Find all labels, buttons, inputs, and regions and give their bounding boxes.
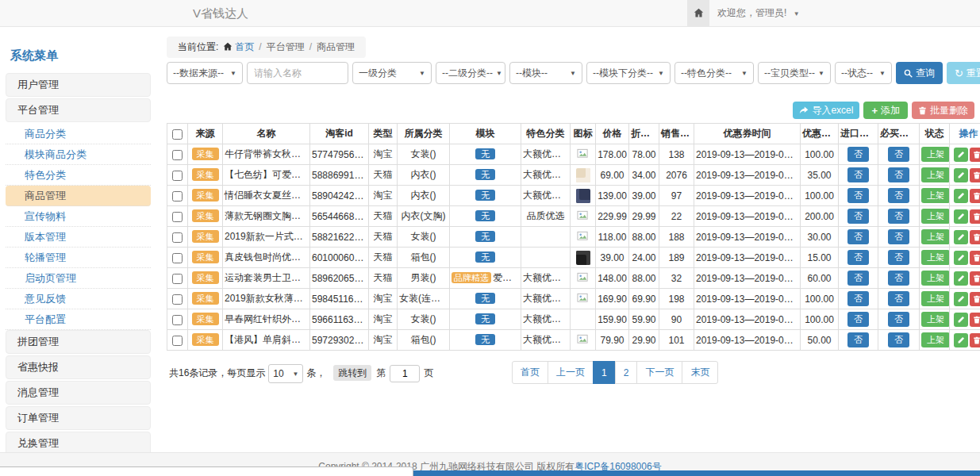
module-badge[interactable]: 品牌精选 (452, 272, 491, 283)
import-select-toggle[interactable]: 否 (847, 147, 869, 162)
module-none-badge[interactable]: 无 (475, 293, 495, 304)
sidebar-group-订单管理[interactable]: 订单管理 (6, 406, 151, 430)
row-checkbox[interactable] (172, 315, 183, 325)
module-none-badge[interactable]: 无 (475, 231, 495, 242)
row-checkbox[interactable] (172, 150, 183, 160)
edit-button[interactable] (954, 313, 968, 327)
select-all-checkbox[interactable] (172, 129, 183, 140)
edit-button[interactable] (954, 189, 968, 203)
sidebar-item-商品管理[interactable]: 商品管理 (6, 186, 151, 206)
row-checkbox[interactable] (172, 212, 183, 222)
edit-button[interactable] (954, 209, 968, 224)
per-page-select[interactable]: 10▼ (268, 364, 303, 383)
filter-select-模块下分类[interactable]: --模块下分类--▼ (586, 62, 671, 84)
sidebar-item-启动页管理[interactable]: 启动页管理 (6, 268, 151, 289)
import-select-toggle[interactable]: 否 (847, 250, 869, 265)
row-checkbox[interactable] (172, 171, 183, 181)
filter-select-一级分类[interactable]: 一级分类▼ (352, 62, 432, 84)
import-select-toggle[interactable]: 否 (847, 291, 869, 306)
status-button[interactable]: 上架 (921, 291, 950, 306)
breadcrumb-home-link[interactable]: 首页 (235, 41, 254, 52)
import-select-toggle[interactable]: 否 (847, 332, 869, 347)
filter-select-数据来源[interactable]: --数据来源--▼ (167, 62, 243, 84)
must-buy-toggle[interactable]: 否 (888, 250, 909, 265)
delete-button[interactable] (970, 251, 980, 265)
module-none-badge[interactable]: 无 (475, 251, 495, 263)
module-none-badge[interactable]: 无 (475, 210, 495, 221)
name-search-input[interactable] (247, 62, 348, 84)
delete-button[interactable] (970, 189, 980, 203)
delete-button[interactable] (970, 168, 980, 182)
row-checkbox[interactable] (172, 274, 183, 284)
sidebar-item-模块商品分类[interactable]: 模块商品分类 (6, 144, 151, 165)
status-button[interactable]: 上架 (921, 271, 950, 286)
search-button[interactable]: 查询 (896, 62, 943, 84)
sidebar-group-拼团管理[interactable]: 拼团管理 (6, 330, 151, 354)
pager-button-首页[interactable]: 首页 (512, 361, 548, 384)
edit-button[interactable] (954, 292, 968, 306)
delete-button[interactable] (970, 209, 980, 224)
edit-button[interactable] (954, 251, 968, 265)
row-checkbox[interactable] (172, 294, 183, 305)
must-buy-toggle[interactable]: 否 (888, 271, 909, 286)
delete-button[interactable] (970, 313, 980, 327)
pager-button-1[interactable]: 1 (593, 361, 616, 384)
module-none-badge[interactable]: 无 (475, 313, 495, 324)
import-select-toggle[interactable]: 否 (847, 312, 869, 327)
module-none-badge[interactable]: 无 (475, 148, 495, 159)
sidebar-item-特色分类[interactable]: 特色分类 (6, 165, 151, 186)
delete-button[interactable] (970, 333, 980, 347)
delete-button[interactable] (970, 292, 980, 306)
sidebar-item-意见反馈[interactable]: 意见反馈 (6, 289, 151, 309)
add-button[interactable]: +添加 (863, 102, 908, 119)
page-number-input[interactable] (390, 365, 420, 382)
module-none-badge[interactable]: 无 (475, 334, 495, 345)
edit-button[interactable] (954, 271, 968, 286)
import-select-toggle[interactable]: 否 (847, 229, 869, 244)
home-button[interactable] (687, 0, 709, 26)
pager-button-2[interactable]: 2 (615, 361, 638, 384)
edit-button[interactable] (954, 168, 968, 182)
sidebar-item-宣传物料[interactable]: 宣传物料 (6, 206, 151, 227)
filter-select-宝贝类型[interactable]: --宝贝类型--▼ (758, 62, 831, 84)
sidebar-item-轮播管理[interactable]: 轮播管理 (6, 248, 151, 268)
module-none-badge[interactable]: 无 (475, 190, 495, 201)
import-select-toggle[interactable]: 否 (847, 271, 869, 286)
row-checkbox[interactable] (172, 336, 183, 346)
sidebar-item-商品分类[interactable]: 商品分类 (6, 124, 151, 144)
pager-button-下一页[interactable]: 下一页 (636, 361, 682, 384)
status-button[interactable]: 上架 (921, 332, 950, 347)
reset-button[interactable]: ↻重置 (947, 62, 980, 84)
must-buy-toggle[interactable]: 否 (888, 209, 909, 224)
filter-select-特色分类[interactable]: --特色分类--▼ (674, 62, 754, 84)
user-menu[interactable]: 欢迎您，管理员! ▼ (717, 0, 800, 27)
import-select-toggle[interactable]: 否 (847, 209, 869, 224)
pager-button-上一页[interactable]: 上一页 (548, 361, 594, 384)
status-button[interactable]: 上架 (921, 147, 950, 162)
sidebar-group-平台管理[interactable]: 平台管理 (6, 98, 151, 122)
edit-button[interactable] (954, 148, 968, 162)
edit-button[interactable] (954, 230, 968, 244)
filter-select-状态[interactable]: --状态--▼ (835, 62, 892, 84)
import-select-toggle[interactable]: 否 (847, 167, 869, 182)
must-buy-toggle[interactable]: 否 (888, 291, 909, 306)
status-button[interactable]: 上架 (921, 250, 950, 265)
import-excel-button[interactable]: 导入excel (793, 102, 859, 119)
jump-button[interactable]: 跳转到 (333, 365, 371, 381)
delete-button[interactable] (970, 271, 980, 286)
delete-button[interactable] (970, 148, 980, 162)
status-button[interactable]: 上架 (921, 229, 950, 244)
must-buy-toggle[interactable]: 否 (888, 188, 909, 203)
row-checkbox[interactable] (172, 191, 183, 202)
filter-select-模块[interactable]: --模块--▼ (509, 62, 582, 84)
sidebar-item-版本管理[interactable]: 版本管理 (6, 227, 151, 248)
row-checkbox[interactable] (172, 232, 183, 243)
must-buy-toggle[interactable]: 否 (888, 312, 909, 327)
must-buy-toggle[interactable]: 否 (888, 229, 909, 244)
edit-button[interactable] (954, 333, 968, 347)
row-checkbox[interactable] (172, 253, 183, 263)
batch-delete-button[interactable]: 批量删除 (912, 102, 974, 119)
status-button[interactable]: 上架 (921, 188, 950, 203)
status-button[interactable]: 上架 (921, 209, 950, 224)
sidebar-item-平台配置[interactable]: 平台配置 (6, 309, 151, 330)
